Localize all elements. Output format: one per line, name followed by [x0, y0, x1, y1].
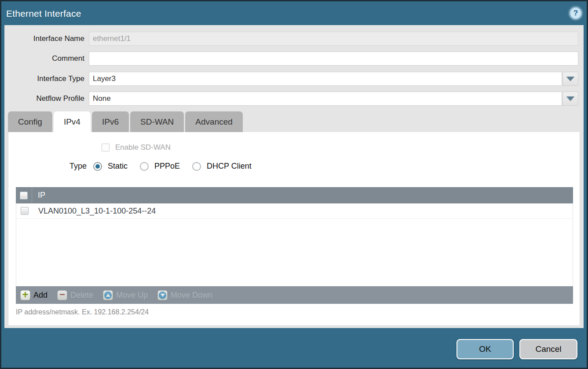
arrow-down-icon: [157, 290, 168, 300]
ethernet-interface-dialog: Ethernet Interface Interface Name Commen…: [0, 0, 588, 369]
radio-dhcp-client-label: DHCP Client: [207, 162, 252, 171]
row-checkbox[interactable]: [21, 207, 29, 215]
netflow-profile-row: Netflow Profile: [4, 92, 584, 106]
minus-icon: [57, 290, 67, 300]
move-down-button: Move Down: [157, 290, 212, 300]
radio-option-static[interactable]: Static: [93, 162, 128, 171]
tab-bar: Config IPv4 IPv6 SD-WAN Advanced: [8, 111, 244, 132]
move-up-button: Move Up: [103, 290, 148, 300]
cancel-button[interactable]: Cancel: [519, 339, 577, 359]
plus-icon: [20, 290, 30, 300]
add-button-label: Add: [33, 291, 47, 300]
netflow-profile-input[interactable]: [89, 92, 562, 106]
ip-table-body: VLAN0100_L3_10-1-100-254--24: [16, 203, 573, 286]
ip-table: IP VLAN0100_L3_10-1-100-254--24 Add: [16, 187, 573, 304]
ip-table-toolbar: Add Delete Move Up Move Down: [16, 286, 573, 304]
type-label: Type: [8, 162, 93, 171]
move-down-button-label: Move Down: [171, 291, 212, 300]
arrow-up-icon: [103, 290, 113, 300]
enable-sdwan-row: Enable SD-WAN: [102, 143, 171, 152]
ip-format-hint: IP address/netmask. Ex. 192.168.2.254/24: [16, 308, 149, 316]
radio-static-label: Static: [108, 162, 128, 171]
ipv4-tab-panel: Enable SD-WAN Type Static PPPoE DHCP Cli…: [8, 132, 580, 326]
tab-ipv6[interactable]: IPv6: [92, 111, 129, 132]
delete-button: Delete: [57, 290, 93, 300]
ip-table-header: IP: [16, 187, 573, 203]
chevron-down-icon: [566, 96, 574, 101]
enable-sdwan-label: Enable SD-WAN: [115, 143, 171, 152]
interface-type-dropdown-button[interactable]: [562, 72, 578, 86]
help-icon[interactable]: [570, 7, 582, 19]
tab-advanced[interactable]: Advanced: [185, 111, 243, 132]
delete-button-label: Delete: [70, 291, 93, 300]
radio-pppoe-label: PPPoE: [154, 162, 180, 171]
dialog-title: Ethernet Interface: [6, 8, 81, 19]
interface-type-input[interactable]: [89, 72, 562, 86]
dialog-footer: OK Cancel: [457, 339, 577, 359]
ip-column-header: IP: [32, 191, 45, 200]
radio-dhcp-client[interactable]: [192, 162, 201, 171]
titlebar: Ethernet Interface: [1, 1, 587, 25]
interface-name-row: Interface Name: [4, 32, 584, 46]
interface-type-row: Interface Type: [4, 72, 584, 86]
tab-ipv4[interactable]: IPv4: [54, 111, 91, 132]
chevron-down-icon: [566, 77, 574, 81]
radio-static[interactable]: [93, 162, 102, 171]
type-row: Type Static PPPoE DHCP Client: [8, 162, 264, 171]
interface-name-input: [89, 32, 578, 46]
radio-pppoe[interactable]: [140, 162, 149, 171]
interface-type-label: Interface Type: [4, 74, 89, 83]
table-row[interactable]: VLAN0100_L3_10-1-100-254--24: [16, 203, 573, 219]
select-all-checkbox[interactable]: [20, 192, 28, 199]
ip-entry-value: VLAN0100_L3_10-1-100-254--24: [33, 207, 156, 216]
netflow-profile-label: Netflow Profile: [4, 94, 89, 103]
radio-option-pppoe[interactable]: PPPoE: [140, 162, 180, 171]
interface-name-label: Interface Name: [4, 34, 89, 43]
ok-button[interactable]: OK: [457, 339, 514, 359]
tab-config[interactable]: Config: [8, 111, 52, 132]
comment-label: Comment: [4, 54, 89, 63]
enable-sdwan-checkbox: [102, 144, 110, 151]
dialog-body: Interface Name Comment Interface Type Ne…: [4, 25, 584, 328]
comment-input[interactable]: [89, 52, 578, 66]
radio-option-dhcp-client[interactable]: DHCP Client: [192, 162, 252, 171]
comment-row: Comment: [4, 52, 584, 66]
move-up-button-label: Move Up: [116, 291, 148, 300]
netflow-profile-dropdown-button[interactable]: [562, 92, 578, 106]
tab-sdwan[interactable]: SD-WAN: [130, 111, 184, 132]
add-button[interactable]: Add: [20, 290, 47, 300]
